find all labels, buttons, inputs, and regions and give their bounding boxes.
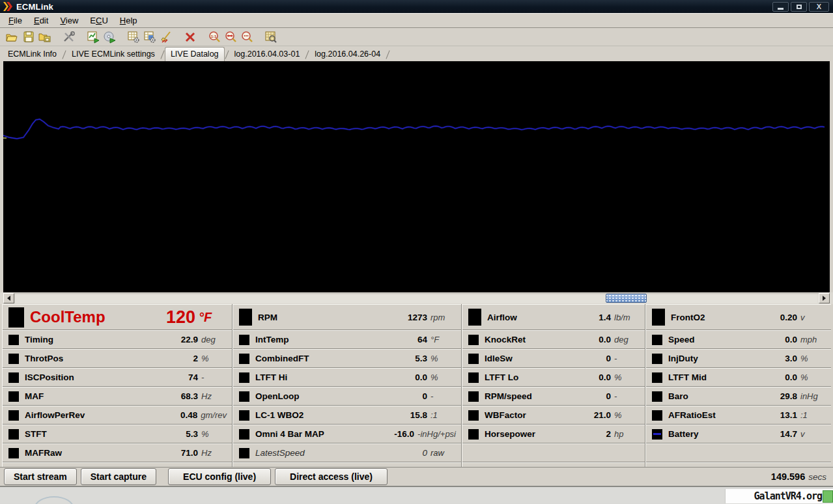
start-capture-button[interactable]: Start capture [81, 468, 156, 485]
menu-item-edit[interactable]: Edit [28, 14, 54, 27]
param-row-maf[interactable]: MAF68.3Hz [3, 387, 232, 406]
param-row-afratioest[interactable]: AFRatioEst13.1:1 [646, 406, 831, 425]
table-settings-button[interactable] [125, 29, 141, 45]
minimize-button[interactable] [772, 2, 789, 12]
trace-color-swatch[interactable] [8, 429, 19, 440]
trace-color-swatch[interactable] [468, 429, 479, 440]
trace-color-swatch[interactable] [239, 354, 249, 364]
menu-item-file[interactable]: File [3, 14, 28, 27]
trace-color-swatch[interactable] [652, 335, 662, 345]
trace-color-swatch[interactable] [468, 309, 481, 326]
tab-live-datalog[interactable]: LIVE Datalog [165, 47, 225, 62]
param-row-ltft-mid[interactable]: LTFT Mid0.0% [646, 368, 831, 387]
trace-color-swatch[interactable] [8, 354, 19, 364]
tab-log-2016-04-03-01[interactable]: log.2016.04.03-01 [229, 48, 305, 61]
trace-color-swatch[interactable] [468, 372, 479, 383]
param-row-rpm[interactable]: RPM1273rpm [233, 304, 461, 330]
trace-color-swatch[interactable] [468, 354, 479, 364]
param-row-wbfactor[interactable]: WBFactor21.0% [462, 406, 645, 425]
param-row-lc-1-wbo2[interactable]: LC-1 WBO215.8:1 [233, 406, 461, 425]
zoom-one-to-one-button[interactable]: 1:1 [206, 29, 222, 45]
trace-color-swatch[interactable] [468, 410, 479, 421]
param-row-throtpos[interactable]: ThrotPos2% [3, 349, 232, 368]
delete-button[interactable] [182, 29, 198, 45]
trace-color-swatch[interactable] [8, 335, 19, 345]
param-value: 0 [422, 448, 427, 458]
menu-item-view[interactable]: View [54, 14, 84, 27]
param-row-knockret[interactable]: KnockRet0.0deg [462, 330, 645, 349]
zoom-options-button[interactable] [238, 29, 255, 45]
scrollbar-thumb[interactable] [606, 294, 647, 303]
menu-item-help[interactable]: Help [114, 14, 143, 27]
param-row-idlesw[interactable]: IdleSw0- [462, 349, 645, 368]
param-row-omni-4-bar-map[interactable]: Omni 4 Bar MAP-16.0-inHg/+psi [233, 425, 461, 443]
trace-color-swatch[interactable] [8, 448, 19, 458]
trace-color-swatch[interactable] [652, 354, 662, 364]
trace-color-swatch[interactable] [239, 309, 252, 326]
param-row-horsepower[interactable]: Horsepower2hp [462, 425, 645, 443]
param-row-timing[interactable]: Timing22.9deg [3, 330, 232, 349]
trace-color-swatch[interactable] [8, 372, 19, 383]
title-bar[interactable]: ECMLink X [0, 0, 833, 13]
param-row-injduty[interactable]: InjDuty3.0% [646, 349, 831, 368]
param-row-airflowperrev[interactable]: AirflowPerRev0.48gm/rev [3, 406, 232, 425]
direct-access-live-button[interactable]: Direct access (live) [275, 468, 388, 485]
scrollbar-track[interactable] [14, 293, 819, 303]
trace-color-swatch[interactable] [8, 391, 19, 402]
trace-color-swatch[interactable] [8, 410, 19, 421]
trace-color-swatch[interactable] [239, 448, 249, 458]
param-row-cooltemp[interactable]: CoolTemp120°F [3, 304, 232, 330]
table-settings-alt-button[interactable] [141, 29, 158, 45]
param-row-rpm-speed[interactable]: RPM/speed0- [462, 387, 645, 406]
trace-color-swatch[interactable] [239, 391, 249, 402]
export-chart-button[interactable] [85, 29, 101, 45]
grid-zoom-settings-button[interactable] [262, 29, 279, 45]
param-row-speed[interactable]: Speed0.0mph [646, 330, 831, 349]
horizontal-scrollbar[interactable] [0, 292, 833, 304]
ecu-config-live-button[interactable]: ECU config (live) [168, 468, 271, 485]
open-file-button[interactable] [4, 29, 20, 45]
trace-color-swatch[interactable] [239, 410, 249, 421]
trace-color-swatch[interactable] [652, 429, 662, 440]
trace-color-swatch[interactable] [239, 429, 249, 440]
scroll-left-button[interactable] [3, 293, 14, 303]
param-row-ltft-hi[interactable]: LTFT Hi0.0% [233, 368, 461, 387]
trace-color-swatch[interactable] [652, 391, 662, 402]
param-row-combinedft[interactable]: CombinedFT5.3% [233, 349, 461, 368]
zoom-horizontal-button[interactable] [222, 29, 238, 45]
trace-color-swatch[interactable] [239, 335, 249, 345]
param-row-openloop[interactable]: OpenLoop0- [233, 387, 461, 406]
trace-color-swatch[interactable] [652, 410, 662, 421]
tab-ecmlink-info[interactable]: ECMLink Info [3, 48, 62, 61]
trace-color-swatch[interactable] [468, 335, 479, 345]
param-row-latestspeed[interactable]: LatestSpeed0raw [233, 443, 461, 462]
tab-live-ecmlink-settings[interactable]: LIVE ECMLink settings [66, 48, 160, 61]
param-row-battery[interactable]: Battery14.7v [646, 425, 831, 443]
close-button[interactable]: X [809, 2, 829, 12]
param-row-inttemp[interactable]: IntTemp64°F [233, 330, 461, 349]
menu-item-ecu[interactable]: ECU [84, 14, 113, 27]
datalog-graph[interactable] [3, 61, 830, 292]
export-disc-button[interactable] [101, 29, 117, 45]
param-row-iscposition[interactable]: ISCPosition74- [3, 368, 232, 387]
tools-button[interactable] [61, 29, 77, 45]
restore-button[interactable] [791, 2, 807, 12]
param-row-fronto2[interactable]: FrontO20.20v [646, 304, 831, 330]
trace-color-swatch[interactable] [652, 372, 662, 383]
trace-color-swatch[interactable] [468, 391, 479, 402]
tab-log-2016-04-26-04[interactable]: log.2016.04.26-04 [309, 48, 386, 61]
param-row-ltft-lo[interactable]: LTFT Lo0.0% [462, 368, 645, 387]
param-row-stft[interactable]: STFT5.3% [3, 425, 232, 443]
parameter-table: CoolTemp120°FTiming22.9degThrotPos2%ISCP… [0, 304, 833, 467]
param-row-baro[interactable]: Baro29.8inHg [646, 387, 831, 406]
param-row-mafraw[interactable]: MAFRaw71.0Hz [3, 443, 232, 462]
scroll-right-button[interactable] [819, 293, 830, 303]
trace-color-swatch[interactable] [239, 372, 249, 383]
clear-markers-button[interactable] [158, 29, 174, 45]
save-file-button[interactable] [20, 29, 36, 45]
param-row-airflow[interactable]: Airflow1.4lb/m [462, 304, 645, 330]
start-stream-button[interactable]: Start stream [4, 468, 77, 485]
trace-color-swatch[interactable] [652, 309, 665, 326]
trace-color-swatch[interactable] [8, 307, 24, 328]
save-all-button[interactable] [36, 29, 53, 45]
